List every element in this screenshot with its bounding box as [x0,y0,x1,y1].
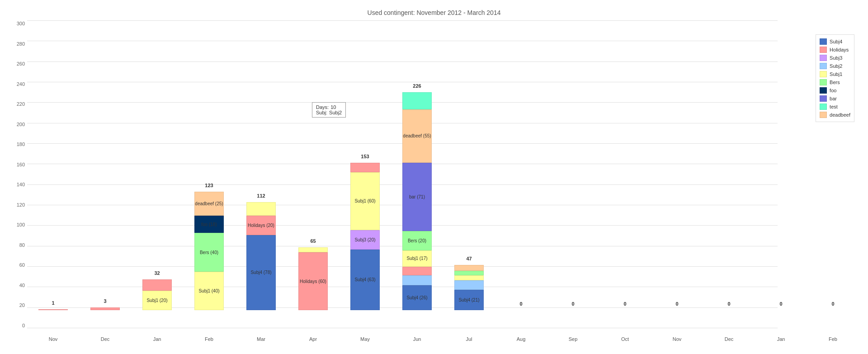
bar-segment [454,275,484,280]
bar-group: 47Subj4 (21) [443,265,495,310]
y-tick: 160 [5,162,25,167]
bar-group: 32Subj1 (20) [131,279,183,310]
y-tick: 240 [5,81,25,87]
bar-segment: Subj1 (40) [194,272,224,310]
x-axis: NovDecJanFebMarAprMayJunJulAugSepOctNovD… [27,336,859,342]
legend-item: deadbeef [820,112,850,118]
legend-label: Subj4 [830,39,842,44]
legend-item: test [820,104,850,110]
bar-total-label: 123 [183,183,235,188]
legend-item: Subj4 [820,38,850,45]
bar-group: 112Subj4 (78)Holidays (20) [235,202,287,310]
bar-segment: Bers (20) [402,231,432,250]
legend: Subj4HolidaysSubj3Subj2Subj1Bersfoobarte… [816,34,854,122]
x-tick: Dec [79,336,131,342]
y-tick: 40 [5,283,25,288]
bar-total-label: 0 [547,301,599,307]
bar-group: 1 [27,309,79,310]
x-tick: Nov [651,336,703,342]
stacked-bar: Subj1 (40)Bers (40)foo (18)deadbeef (25) [194,192,224,310]
bar-total-label: 32 [131,270,183,276]
bars-area: 1332Subj1 (20)123Subj1 (40)Bers (40)foo … [27,21,859,310]
legend-item: Holidays [820,47,850,53]
bar-total-label: 0 [807,301,859,307]
bar-segment: Subj1 (17) [402,250,432,267]
x-tick: Nov [27,336,79,342]
bar-segment [350,163,380,172]
bar-total-label: 0 [755,301,807,307]
legend-item: bar [820,95,850,102]
legend-item: Subj1 [820,71,850,77]
bar-segment [298,247,328,252]
bar-total-label: 226 [391,83,443,89]
x-tick: Oct [599,336,651,342]
legend-label: deadbeef [830,112,850,118]
bar-segment: Bers (40) [194,233,224,271]
bar-total-label: 65 [287,238,339,244]
chart-title: Used contingent: November 2012 - March 2… [9,9,859,16]
bar-segment [454,271,484,276]
y-tick: 200 [5,122,25,127]
bar-segment [454,265,484,271]
y-tick: 120 [5,202,25,208]
bar-segment [90,307,120,310]
bar-segment [142,279,172,291]
bar-total-label: 0 [599,301,651,307]
y-axis: 0204060801001201401601802002202402602803… [5,21,27,328]
bar-segment: Subj4 (78) [246,235,276,310]
bar-segment: Holidays (60) [298,252,328,310]
stacked-bar [90,307,120,310]
x-tick: Jun [391,336,443,342]
x-tick: Jan [755,336,807,342]
bar-total-label: 47 [443,256,495,261]
bar-segment: Subj1 (60) [350,172,380,230]
bar-segment: Subj3 (20) [350,230,380,250]
bar-total-label: 153 [339,154,391,159]
legend-color [820,63,827,69]
stacked-bar: Subj4 (21) [454,265,484,310]
stacked-bar: Subj1 (20) [142,279,172,310]
legend-item: Subj2 [820,63,850,69]
stacked-bar: Holidays (60) [298,247,328,310]
x-tick: Feb [183,336,235,342]
legend-item: Subj3 [820,55,850,61]
legend-color [820,38,827,45]
bar-group: 123Subj1 (40)Bers (40)foo (18)deadbeef (… [183,192,235,310]
legend-color [820,55,827,61]
bar-segment: Holidays (20) [246,216,276,235]
grid-line [27,328,778,328]
legend-label: Subj2 [830,63,842,69]
y-tick: 80 [5,242,25,248]
bar-segment [38,309,68,310]
stacked-bar: Subj4 (26)Subj1 (17)Bers (20)bar (71)dea… [402,92,432,310]
bar-total-label: 1 [27,300,79,306]
bar-group: 226Subj4 (26)Subj1 (17)Bers (20)bar (71)… [391,92,443,310]
chart-area: 0204060801001201401601802002202402602803… [27,21,859,328]
stacked-bar: Subj4 (78)Holidays (20) [246,202,276,310]
stacked-bar [38,309,68,310]
y-tick: 60 [5,262,25,268]
y-tick: 140 [5,182,25,187]
legend-color [820,112,827,118]
bar-group: 153Subj4 (63)Subj3 (20)Subj1 (60) [339,163,391,310]
bar-total-label: 3 [79,298,131,304]
bar-segment [246,202,276,216]
bar-total-label: 0 [703,301,755,307]
x-tick: Aug [495,336,547,342]
bar-segment: deadbeef (25) [194,192,224,216]
bar-segment: bar (71) [402,163,432,231]
bar-total-label: 0 [651,301,703,307]
y-tick: 260 [5,61,25,66]
legend-label: Subj3 [830,55,842,61]
x-tick: Dec [703,336,755,342]
y-tick: 20 [5,302,25,308]
bar-segment: Subj4 (21) [454,290,484,310]
y-tick: 180 [5,142,25,147]
y-tick: 100 [5,222,25,227]
legend-item: foo [820,87,850,94]
y-tick: 280 [5,41,25,47]
legend-label: Subj1 [830,71,842,77]
y-tick: 0 [5,323,25,328]
legend-label: bar [830,96,837,101]
bar-group: 65Holidays (60) [287,247,339,310]
